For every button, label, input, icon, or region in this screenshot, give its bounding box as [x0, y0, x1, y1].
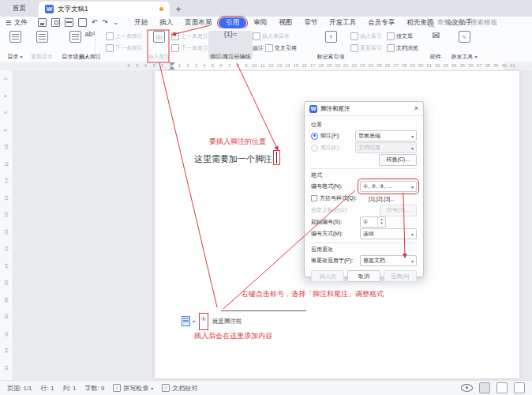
tab-bar: 首页 W 文字文稿1 + [0, 0, 532, 17]
text-cursor [273, 150, 280, 165]
export-icon[interactable] [51, 18, 60, 27]
ruler-number: 2 [158, 63, 167, 68]
ruler-number: 6 [125, 63, 133, 68]
table-of-figures-icon [253, 32, 260, 40]
wps-logo-icon: W [309, 105, 317, 113]
footnote-position-select[interactable]: 页面底端 ▾ [355, 130, 417, 141]
chevron-down-icon: ▾ [411, 184, 414, 190]
ruler-number: 26 [0, 280, 15, 285]
bracket-style-label: 方括号样式(Q): [320, 194, 369, 202]
ruler-number: 2 [0, 77, 15, 80]
web-view-icon[interactable] [514, 382, 525, 393]
wps-writer-window: 首页 W 文字文稿1 + ☰ 文件 ↶ ↷ ⌄ 开始插入页面布局引用审阅视图章节… [0, 0, 532, 395]
footnote-text[interactable]: 就是脚注啦 [212, 318, 242, 325]
doc-browse-button[interactable]: 文档浏览 [387, 44, 418, 52]
spellcheck-button[interactable]: ✓ 拼写检查 ▾ [113, 384, 153, 393]
ruler-number: 20 [333, 63, 342, 68]
ruler-number: 22 [350, 63, 358, 68]
chevron-down-icon: ▾ [411, 231, 414, 237]
command-search[interactable]: 查找命令、搜索模板 [427, 18, 498, 28]
bracket-style-checkbox[interactable] [311, 195, 317, 201]
menu-item[interactable]: 章节 [299, 17, 322, 28]
prev-endnote-icon [171, 32, 179, 40]
next-footnote-button: 下一条脚注 [106, 44, 143, 52]
file-menu-button[interactable]: ☰ 文件 [0, 18, 33, 28]
next-footnote-icon [106, 44, 114, 52]
proofread-button[interactable]: ✓ 文档校对 [162, 384, 197, 393]
redo-icon[interactable]: ↷ [102, 19, 108, 26]
footnote-radio[interactable] [311, 133, 318, 140]
more-icon[interactable]: ⌄ [113, 19, 119, 26]
tab-document-label: 文字文稿1 [58, 5, 88, 14]
vertical-ruler[interactable]: 24681012141618202224262830323436 [0, 70, 13, 380]
ruler-number: 5 [133, 63, 142, 68]
ruler-number: 16 [300, 63, 309, 68]
hanging-indent-marker[interactable] [169, 66, 175, 70]
save-icon[interactable] [38, 18, 47, 27]
update-toc-button: 更新目录 [27, 31, 57, 59]
page-view-icon[interactable] [479, 382, 490, 393]
dialog-title-bar[interactable]: W 脚注和尾注 × [305, 102, 423, 116]
ruler-number: 14 [0, 178, 15, 183]
section-position: 位置 [311, 121, 417, 129]
number-format-label: 编号格式(N): [311, 182, 360, 190]
cross-reference-button[interactable]: 交叉引用 [275, 44, 297, 52]
footnote-page-icon[interactable] [182, 316, 190, 326]
ruler-number: 14 [283, 63, 292, 68]
footnote-separator-line-button[interactable]: {1}= 脚注/尾注分隔线 [208, 31, 253, 59]
print-icon[interactable] [65, 18, 73, 27]
chevron-down-icon: ▾ [20, 55, 22, 59]
toc-button[interactable]: 目录 ▾ [5, 31, 25, 59]
chevron-down-icon: ▾ [193, 318, 195, 324]
menu-item[interactable]: 引用 [219, 17, 246, 28]
first-line-indent-marker[interactable] [169, 62, 175, 66]
ruler-number: 30 [0, 314, 15, 319]
menu-item[interactable]: 插入 [155, 17, 178, 28]
toc-icon [9, 31, 21, 43]
mass-tool-button[interactable]: ✎ 群发工具 ▾ [448, 31, 480, 59]
cancel-button[interactable]: 取消 [347, 270, 380, 282]
search-library-button[interactable]: 搜文库 [387, 32, 418, 40]
custom-mark-label: 自定义标记(U): [311, 206, 360, 214]
stepper-arrows-icon[interactable]: ▲▼ [377, 217, 385, 227]
start-number-stepper[interactable]: ① ▲▼ [360, 216, 386, 228]
new-tab-button[interactable]: + [170, 2, 187, 17]
footnote-row[interactable]: ▾ ① 就是脚注啦 [182, 313, 242, 330]
menu-item[interactable]: 页面布局 [180, 17, 216, 28]
insert-footnote-button[interactable]: ab¹ 插入脚注 [76, 31, 104, 59]
close-icon[interactable]: × [414, 105, 418, 112]
menu-item[interactable]: 视图 [274, 17, 297, 28]
search-icon [427, 20, 434, 27]
prev-footnote-button: 上一条脚注 [106, 32, 143, 40]
ruler-number: 2 [184, 63, 193, 68]
apply-to-select[interactable]: 整篇文档 ▾ [360, 255, 417, 266]
ruler-number: 28 [0, 297, 15, 303]
tab-home[interactable]: 首页 [0, 0, 39, 17]
mail-button[interactable]: ✉ 邮件 [426, 31, 445, 59]
annotation-after-insert: 插入后会在这里添加内容 [194, 332, 272, 340]
footnote-marker[interactable]: ① [199, 313, 208, 330]
insert-endnote-button[interactable]: (1) 插入尾注 [148, 31, 170, 59]
tab-document[interactable]: W 文字文稿1 [39, 2, 170, 17]
ruler-number: 4 [200, 63, 209, 68]
caption-group: 插入表目录 题注 交叉引用 [253, 32, 297, 52]
print-preview-icon[interactable] [78, 18, 87, 27]
next-endnote-icon [171, 44, 179, 52]
menu-item[interactable]: 开始 [129, 17, 152, 28]
number-format-row: 编号格式(N): ①, ②, ③, ... ▾ [311, 182, 417, 191]
undo-icon[interactable]: ↶ [92, 19, 98, 26]
eye-protection-icon[interactable] [461, 384, 473, 392]
number-format-select[interactable]: ①, ②, ③, ... ▾ [360, 181, 417, 192]
outline-view-icon[interactable] [496, 382, 508, 393]
document-body-text[interactable]: 这里需要加一个脚注 [194, 150, 280, 165]
menu-item[interactable]: 审阅 [249, 17, 272, 28]
insert-index-icon [350, 32, 358, 40]
ruler-left-numbers: 654321 [125, 63, 174, 68]
convert-button[interactable]: 转换(C)... [379, 154, 417, 166]
ruler-number: 26 [384, 63, 392, 68]
mark-index-entry-button[interactable]: ¶ 标记索引项 [314, 31, 347, 59]
numbering-select[interactable]: 连续 ▾ [360, 228, 417, 239]
menu-item[interactable]: 会员专享 [363, 17, 399, 28]
menu-item[interactable]: 开发工具 [324, 17, 361, 28]
custom-mark-row: 自定义标记(U): 符号(Y)... [311, 205, 417, 215]
